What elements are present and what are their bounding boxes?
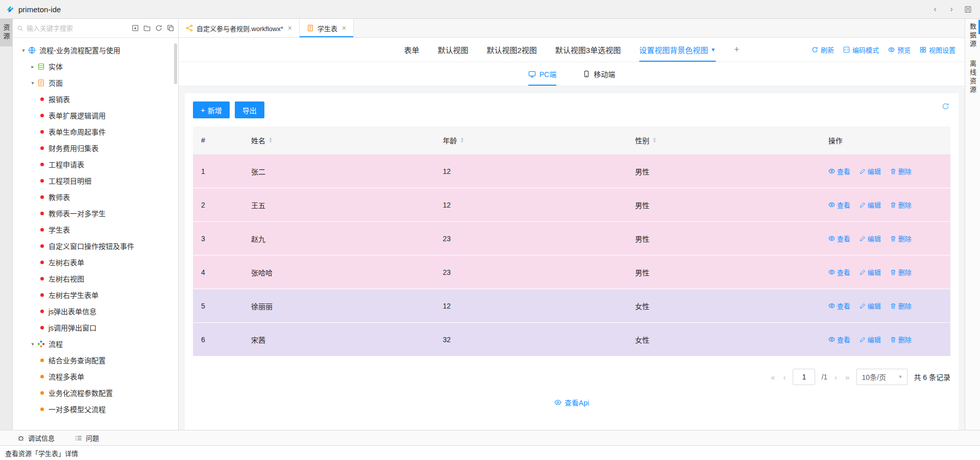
edit-row-button[interactable]: 编辑 bbox=[860, 301, 881, 311]
view-row-button[interactable]: 查看 bbox=[828, 166, 850, 176]
tree-leaf-page[interactable]: 财务费用归集表 bbox=[13, 140, 178, 156]
bottom-toolbar: 调试信息 问题 bbox=[0, 430, 980, 445]
refresh-tree-icon[interactable] bbox=[155, 24, 162, 32]
tree-leaf-label: 财务费用归集表 bbox=[48, 143, 99, 153]
view-row-button[interactable]: 查看 bbox=[828, 267, 850, 277]
refresh-table-icon[interactable] bbox=[942, 103, 949, 110]
caret-right-icon[interactable]: ▸ bbox=[28, 64, 37, 69]
tree-leaf-page[interactable]: 教师表一对多学生 bbox=[13, 205, 178, 221]
prev-page-icon[interactable]: ‹ bbox=[782, 373, 787, 381]
delete-row-button[interactable]: 删除 bbox=[890, 200, 912, 210]
export-button[interactable]: 导出 bbox=[235, 101, 264, 118]
page-bullet-icon bbox=[40, 326, 44, 329]
sort-icon[interactable]: ▲▼ bbox=[652, 137, 656, 143]
nav-back-icon[interactable]: ‹ bbox=[929, 3, 941, 15]
caret-down-icon[interactable]: ▾ bbox=[28, 341, 37, 347]
tree-leaf-flow[interactable]: 流程多表单 bbox=[13, 368, 178, 385]
view-tab-default3[interactable]: 默认视图3单选视图 bbox=[555, 38, 621, 62]
edit-row-button[interactable]: 编辑 bbox=[860, 166, 881, 176]
search-input[interactable] bbox=[27, 24, 128, 32]
resources-panel-tab[interactable]: 资源 bbox=[0, 19, 12, 46]
view-settings-button[interactable]: 视图设置 bbox=[920, 45, 955, 55]
save-icon[interactable] bbox=[962, 3, 974, 15]
sort-icon[interactable]: ▲▼ bbox=[460, 137, 464, 143]
first-page-icon[interactable]: « bbox=[770, 373, 776, 381]
tree-leaf-page[interactable]: 教师表 bbox=[13, 189, 178, 205]
close-icon[interactable]: × bbox=[288, 24, 292, 32]
tree-leaf-page[interactable]: 学生表 bbox=[13, 221, 178, 238]
edit-row-button[interactable]: 编辑 bbox=[860, 200, 881, 210]
preview-button[interactable]: 预览 bbox=[888, 45, 911, 55]
tree-leaf-page[interactable]: 左树右学生表单 bbox=[13, 287, 178, 303]
view-tab-default2[interactable]: 默认视图2视图 bbox=[486, 38, 536, 62]
page-size-select[interactable]: 10条/页 ▼ bbox=[856, 369, 908, 385]
tree-leaf-label: 自定义窗口操作按钮及事件 bbox=[48, 241, 134, 251]
search-box[interactable] bbox=[17, 24, 128, 32]
tree-leaf-flow[interactable]: 业务化流程参数配置 bbox=[13, 385, 178, 401]
problems-button[interactable]: 问题 bbox=[75, 433, 99, 443]
caret-down-icon[interactable]: ▼ bbox=[710, 47, 716, 53]
tree-leaf-flow[interactable]: 一对多模型父流程 bbox=[13, 401, 178, 417]
edit-row-button[interactable]: 编辑 bbox=[860, 335, 881, 344]
file-tab-workflow[interactable]: 自定义参与者规则.workflowx* × bbox=[179, 19, 300, 37]
tree-leaf-page[interactable]: 左树右表单 bbox=[13, 254, 178, 270]
last-page-icon[interactable]: » bbox=[844, 373, 850, 381]
tree-node-pages[interactable]: ▾ 页面 bbox=[13, 74, 178, 91]
view-tab-default[interactable]: 默认视图 bbox=[437, 38, 468, 62]
sidebar-scrollbar[interactable] bbox=[174, 43, 177, 84]
tree-node-root[interactable]: ▾ 流程-业务流程配置与使用 bbox=[13, 42, 178, 58]
current-page-input[interactable]: 1 bbox=[793, 369, 815, 385]
view-row-button[interactable]: 查看 bbox=[828, 335, 850, 344]
tree-leaf-label: 结合业务查询配置 bbox=[48, 355, 106, 365]
delete-row-button[interactable]: 删除 bbox=[890, 301, 912, 311]
next-page-icon[interactable]: › bbox=[834, 373, 838, 381]
tree-leaf-page[interactable]: js调用弹出窗口 bbox=[13, 319, 178, 336]
tree-leaf-page[interactable]: 工程申请表 bbox=[13, 156, 178, 172]
delete-row-button[interactable]: 删除 bbox=[890, 166, 912, 176]
view-tab-background-color[interactable]: 设置视图背景色视图 ▼ bbox=[639, 38, 716, 62]
add-record-button[interactable]: + 新增 bbox=[193, 101, 230, 118]
file-tab-student-table[interactable]: 学生表 × bbox=[300, 19, 354, 37]
cell-actions: 查看 编辑 删除 bbox=[820, 166, 950, 176]
add-view-button[interactable]: + bbox=[734, 38, 740, 62]
delete-row-button[interactable]: 删除 bbox=[890, 335, 912, 344]
sort-icon[interactable]: ▲▼ bbox=[268, 137, 273, 143]
folder-icon[interactable] bbox=[143, 24, 151, 32]
device-tab-pc[interactable]: PC端 bbox=[528, 62, 556, 86]
tree-leaf-page[interactable]: 表单扩展逻辑调用 bbox=[13, 107, 178, 123]
datasource-panel-tab[interactable]: 数据源 bbox=[968, 23, 977, 49]
caret-down-icon[interactable]: ▾ bbox=[28, 80, 37, 86]
status-text: 查看资源「学生表」详情 bbox=[5, 448, 78, 458]
offline-resources-panel-tab[interactable]: 离线资源 bbox=[968, 60, 977, 95]
tree-node-flows[interactable]: ▾ 流程 bbox=[13, 336, 178, 352]
view-tab-label: 表单 bbox=[404, 44, 419, 55]
device-tab-mobile[interactable]: 移动端 bbox=[583, 62, 615, 86]
tree-leaf-flow[interactable]: 结合业务查询配置 bbox=[13, 352, 178, 368]
tree-node-entity[interactable]: ▸ 实体 bbox=[13, 58, 178, 74]
view-row-button[interactable]: 查看 bbox=[828, 301, 850, 311]
code-mode-button[interactable]: 编码模式 bbox=[843, 45, 879, 55]
tree-leaf-page[interactable]: 表单生命周起事件 bbox=[13, 123, 178, 140]
view-api-link[interactable]: 查看Api bbox=[554, 397, 589, 407]
import-resource-icon[interactable] bbox=[132, 24, 139, 32]
action-label: 预览 bbox=[897, 45, 911, 55]
delete-row-button[interactable]: 删除 bbox=[890, 234, 912, 243]
tree-leaf-page[interactable]: 工程项目明细 bbox=[13, 172, 178, 189]
edit-row-button[interactable]: 编辑 bbox=[860, 234, 881, 243]
edit-row-button[interactable]: 编辑 bbox=[860, 267, 881, 277]
cell-name: 张哈哈 bbox=[243, 267, 434, 277]
delete-row-button[interactable]: 删除 bbox=[890, 267, 912, 277]
view-row-button[interactable]: 查看 bbox=[828, 200, 850, 210]
tree-leaf-page[interactable]: 左树右视图 bbox=[13, 270, 178, 287]
view-row-button[interactable]: 查看 bbox=[828, 234, 850, 243]
view-tab-form[interactable]: 表单 bbox=[404, 38, 419, 62]
collapse-all-icon[interactable] bbox=[167, 24, 174, 32]
close-icon[interactable]: × bbox=[342, 24, 346, 32]
tree-leaf-page[interactable]: 报销表 bbox=[13, 91, 178, 107]
tree-leaf-page[interactable]: js弹出表单信息 bbox=[13, 303, 178, 319]
tree-leaf-page[interactable]: 自定义窗口操作按钮及事件 bbox=[13, 238, 178, 254]
refresh-view-button[interactable]: 刷新 bbox=[812, 45, 834, 55]
caret-down-icon[interactable]: ▾ bbox=[19, 47, 28, 53]
nav-forward-icon[interactable]: › bbox=[945, 3, 958, 15]
debug-info-button[interactable]: 调试信息 bbox=[17, 433, 55, 443]
